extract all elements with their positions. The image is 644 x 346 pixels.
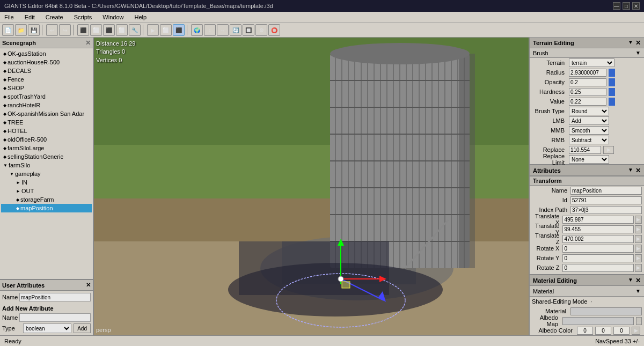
attr-add-button[interactable]: Add [74,323,91,333]
mmb-select[interactable]: Smooth Add Subtract [569,126,609,135]
attr-type-select[interactable]: boolean string integer float [23,323,71,333]
hardness-slider-btn[interactable] [609,88,615,96]
toolbar-new[interactable]: 📄 [2,24,14,36]
material-sub-collapse-btn[interactable]: ▼ [635,288,641,294]
new-attr-name-input[interactable] [19,313,91,322]
attrs-index-path-input[interactable] [570,206,642,214]
rmb-select[interactable]: Subtract Add Smooth [569,136,609,144]
rotate-z-arrow-btn[interactable]: ▶ [635,264,642,272]
brush-collapse-btn[interactable]: ▼ [635,50,641,56]
attr-name-input[interactable] [19,293,91,301]
tree-item-mapposition[interactable]: ◆ mapPosition [1,204,92,212]
toolbar-btn13[interactable]: ↔ [217,24,229,36]
tree-item-oldofficer-500[interactable]: ◆ oldOfficeR-500 [1,135,92,144]
replace-arrow-btn[interactable]: ▶ [603,146,614,154]
albedo-map-input[interactable] [562,317,634,325]
replace-input[interactable] [569,146,601,154]
close-btn[interactable]: ✕ [632,2,640,10]
replace-limit-select[interactable]: None Above Below [569,155,609,164]
user-attrs-close-btn[interactable]: ✕ [86,282,91,289]
menu-create[interactable]: Create [43,14,65,20]
material-collapse-btn[interactable]: ▼ [628,277,633,284]
tree-item-gameplay[interactable]: ▼ gameplay [1,170,92,178]
toolbar-save[interactable]: 💾 [28,24,40,36]
material-material-input[interactable] [570,307,642,315]
value-slider-btn[interactable] [609,98,615,106]
menu-help[interactable]: Help [132,14,149,20]
material-close-btn[interactable]: ✕ [635,277,641,284]
brush-type-select[interactable]: Round Square [569,107,609,115]
toolbar-btn3[interactable]: ⬛ [77,24,89,36]
albedo-map-browse-btn[interactable]: … [636,317,642,325]
radius-slider-btn[interactable] [609,69,615,77]
tree-item-shop[interactable]: ◆ SHOP [1,84,92,92]
toolbar-btn15[interactable]: 🔲 [243,24,254,36]
minimize-btn[interactable]: — [613,2,620,10]
rotate-z-input[interactable] [562,264,634,272]
albedo-color-picker-btn[interactable]: ▶ [632,327,640,335]
terrain-close-btn[interactable]: ✕ [635,39,641,47]
toolbar-btn4[interactable]: ⬜ [90,24,102,36]
toolbar-btn17[interactable]: ⭕ [268,24,280,36]
maximize-btn[interactable]: □ [623,2,630,10]
toolbar-btn11[interactable]: 🌍 [191,24,203,36]
albedo-color-r[interactable] [577,327,593,335]
attrs-id-input[interactable] [570,196,642,204]
terrain-collapse-btn[interactable]: ▼ [628,39,633,47]
albedo-color-g[interactable] [595,327,611,335]
albedo-color-b[interactable] [613,327,630,335]
toolbar-redo[interactable]: ↪ [59,24,71,36]
tree-item-auctionhouser-500[interactable]: ◆ auctionHouseR-500 [1,58,92,67]
translate-z-input[interactable] [562,235,634,243]
translate-x-arrow-btn[interactable]: ▶ [635,216,642,224]
scenegraph-tree[interactable]: ◆ OK-gasStation◆ auctionHouseR-500◆ DECA… [0,48,93,279]
attrs-name-input[interactable] [570,187,642,195]
toolbar-open[interactable]: 📁 [15,24,27,36]
lmb-select[interactable]: Add Subtract Smooth Flatten [569,116,609,125]
tree-item-tree[interactable]: ◆ TREE [1,118,92,127]
tree-item-farmsilo[interactable]: ▼ farmSilo [1,161,92,170]
opacity-slider-btn[interactable] [609,78,615,86]
tree-item-ok-gasstation[interactable]: ◆ OK-gasStation [1,49,92,58]
toolbar-play[interactable]: ▶ [147,24,159,36]
toolbar-btn9[interactable]: ⬜ [160,24,172,36]
attrs-close-btn[interactable]: ✕ [635,167,641,174]
rotate-y-input[interactable] [562,254,634,262]
translate-x-input[interactable] [562,216,634,224]
translate-z-arrow-btn[interactable]: ▶ [635,235,642,243]
rotate-x-input[interactable] [562,245,634,253]
toolbar-btn16[interactable]: ⚙ [255,24,267,36]
toolbar-btn14[interactable]: 🔄 [230,24,241,36]
menu-edit[interactable]: Edit [23,14,37,20]
scenegraph-close-btn[interactable]: ✕ [85,39,91,47]
menu-file[interactable]: File [2,14,16,20]
radius-input[interactable] [569,69,606,77]
tree-item-decals[interactable]: ◆ DECALS [1,67,92,75]
menu-window[interactable]: Window [100,14,126,20]
toolbar-btn7[interactable]: 🔧 [129,24,141,36]
tree-item-fence[interactable]: ◆ Fence [1,75,92,84]
toolbar-btn10[interactable]: ⬛ [173,24,185,36]
attrs-collapse-btn[interactable]: ▼ [628,167,633,174]
menu-scripts[interactable]: Scripts [72,14,94,20]
rotate-y-arrow-btn[interactable]: ▶ [635,254,642,262]
terrain-select[interactable]: terrain [569,58,614,67]
tree-item-in[interactable]: ► IN [1,178,92,187]
tree-item-farmsilolarge[interactable]: ◆ farmSiloLarge [1,144,92,152]
tree-item-ranchhotelr[interactable]: ◆ ranchHotelR [1,101,92,109]
toolbar-undo[interactable]: ↩ [46,24,58,36]
toolbar-btn12[interactable]: ↕ [204,24,216,36]
opacity-input[interactable] [569,78,606,86]
hardness-input[interactable] [569,88,606,96]
translate-y-arrow-btn[interactable]: ▶ [635,225,642,233]
tree-item-sellingstationgeneric[interactable]: ◆ sellingStationGeneric [1,152,92,161]
translate-y-input[interactable] [562,225,634,233]
viewport[interactable]: Distance 16.29 Triangles 0 Vertices 0 pe… [94,38,529,335]
value-input[interactable] [569,98,606,106]
toolbar-btn6[interactable]: ⬜ [116,24,128,36]
tree-item-hotel[interactable]: ◆ HOTEL [1,127,92,135]
tree-item-storagefarm[interactable]: ◆ storageFarm [1,195,92,204]
tree-item-ok-spanishmission-san-adar[interactable]: ◆ OK-spanishMission San Adar [1,109,92,118]
tree-item-out[interactable]: ► OUT [1,187,92,195]
rotate-x-arrow-btn[interactable]: ▶ [635,245,642,253]
